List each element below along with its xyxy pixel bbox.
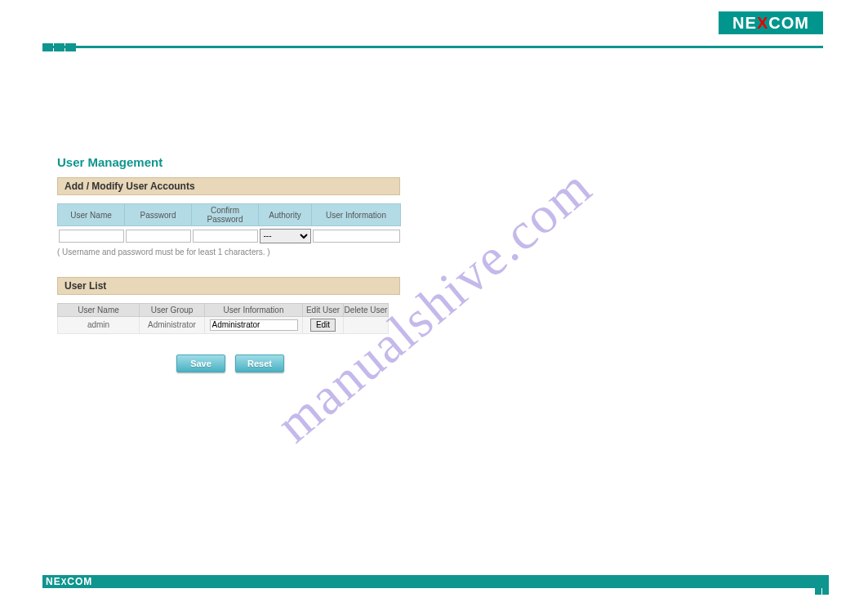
password-input[interactable] [126, 230, 191, 243]
footer: NEXCOM [42, 575, 829, 588]
header-confirm: Confirm Password [192, 204, 259, 226]
save-button[interactable]: Save [176, 355, 225, 372]
edit-user-button[interactable]: Edit [310, 319, 336, 332]
header-divider [42, 46, 823, 48]
form-hint: ( Username and password must be for leas… [57, 248, 823, 256]
footer-squares [815, 581, 829, 595]
list-header-group: User Group [140, 303, 205, 316]
brand-logo: NEXCOM [719, 11, 823, 34]
cell-username: admin [58, 316, 140, 333]
section-user-list: User List [57, 277, 400, 295]
cell-group: Administrator [140, 316, 205, 333]
content-area: User Management Add / Modify User Accoun… [57, 65, 823, 562]
list-header-edit: Edit User [303, 303, 344, 316]
reset-button[interactable]: Reset [235, 355, 284, 372]
table-row: admin Administrator Edit [58, 316, 389, 333]
footer-logo: NEXCOM [46, 576, 92, 587]
page-title: User Management [57, 155, 823, 169]
list-header-info: User Information [205, 303, 303, 316]
cell-delete [344, 316, 389, 333]
user-list-table: User Name User Group User Information Ed… [57, 303, 389, 334]
button-row: Save Reset [176, 355, 823, 372]
header: NEXCOM [0, 0, 868, 51]
userinfo-input[interactable] [313, 230, 400, 243]
authority-select[interactable]: --- [260, 229, 311, 243]
cell-info-input[interactable] [210, 319, 298, 331]
header-username: User Name [58, 204, 125, 226]
username-input[interactable] [59, 230, 124, 243]
list-header-username: User Name [58, 303, 140, 316]
header-password: Password [125, 204, 192, 226]
list-header-delete: Delete User [344, 303, 389, 316]
header-userinfo: User Information [312, 204, 401, 226]
add-modify-table: User Name Password Confirm Password Auth… [57, 203, 401, 244]
section-add-modify: Add / Modify User Accounts [57, 177, 400, 195]
header-authority: Authority [259, 204, 312, 226]
confirm-password-input[interactable] [193, 230, 258, 243]
